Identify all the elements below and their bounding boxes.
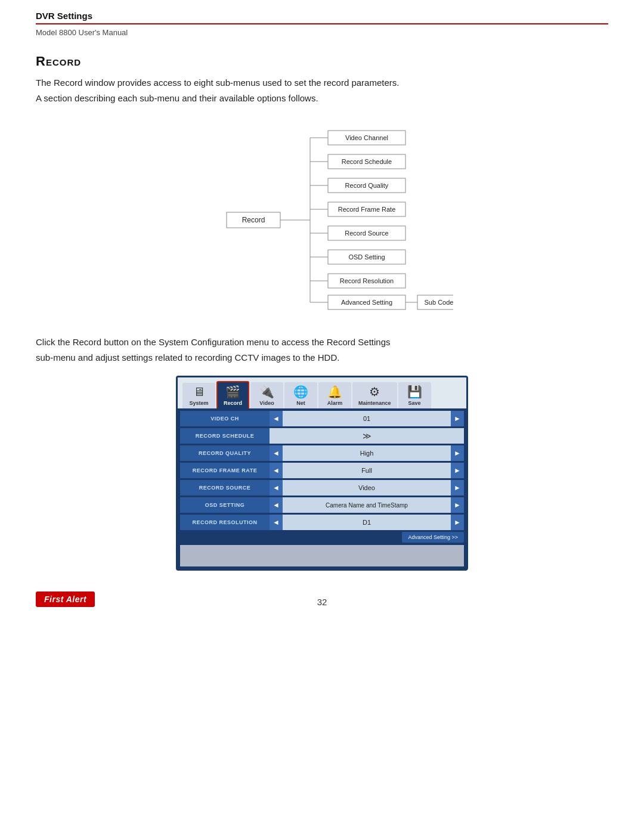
svg-text:Record Source: Record Source [345,230,388,237]
maintenance-icon: ⚙ [369,385,380,399]
record-icon: 🎬 [225,385,240,399]
intro-line2: A section describing each sub-menu and t… [36,93,318,103]
net-label: Net [296,400,305,406]
svg-text:Sub Code: Sub Code [425,299,453,306]
nav-save[interactable]: 💾 Save [398,382,431,408]
first-alert-logo-text: First Alert [36,592,95,607]
body2a: Click the Record button on the System Co… [36,337,390,347]
header-title: DVR Settings [36,11,608,21]
record-quality-left-arrow[interactable]: ◄ [270,445,283,461]
section-heading: Record [0,43,644,75]
flow-diagram-svg: Record Video Channel Record Schedule Rec… [191,120,453,323]
svg-text:Video Channel: Video Channel [345,134,388,141]
body-text-second: Click the Record button on the System Co… [0,335,644,365]
svg-text:Record Frame Rate: Record Frame Rate [338,206,396,213]
save-icon: 💾 [407,385,422,399]
record-resolution-right-arrow[interactable]: ► [451,515,464,530]
osd-setting-right-arrow[interactable]: ► [451,497,464,513]
svg-text:Record Resolution: Record Resolution [340,277,394,284]
alarm-label: Alarm [327,400,343,406]
header: DVR Settings Model 8800 User's Manual [0,0,644,37]
dvr-screen: 🖥 System 🎬 Record 🔌 Video 🌐 Net 🔔 [176,376,468,571]
record-quality-value: High [283,445,451,461]
record-quality-label: RECORD QUALITY [180,445,270,461]
maintenance-label: Maintenance [358,400,391,406]
table-row-record-quality: RECORD QUALITY ◄ High ► [180,445,464,461]
flow-diagram-area: Record Video Channel Record Schedule Rec… [0,120,644,323]
intro-line1: The Record window provides access to eig… [36,78,399,88]
record-source-right-arrow[interactable]: ► [451,480,464,496]
record-quality-right-arrow[interactable]: ► [451,445,464,461]
page-number: 32 [317,597,327,607]
header-subtitle: Model 8800 User's Manual [36,28,608,37]
save-label: Save [408,400,421,406]
video-ch-value: 01 [283,411,451,426]
first-alert-logo: First Alert [36,592,95,607]
nav-alarm[interactable]: 🔔 Alarm [318,382,351,408]
record-label: Record [224,400,242,406]
nav-record[interactable]: 🎬 Record [216,381,249,408]
intro-text: The Record window provides access to eig… [0,75,644,106]
record-frame-rate-left-arrow[interactable]: ◄ [270,463,283,478]
system-icon: 🖥 [193,385,205,399]
page-footer: First Alert 32 [0,585,644,619]
svg-text:OSD Setting: OSD Setting [348,253,385,261]
screenshot-area: 🖥 System 🎬 Record 🔌 Video 🌐 Net 🔔 [0,376,644,571]
system-label: System [189,400,208,406]
video-ch-left-arrow[interactable]: ◄ [270,411,283,426]
table-row-record-resolution: RECORD RESOLUTION ◄ D1 ► [180,515,464,530]
table-row-record-source: RECORD SOURCE ◄ Video ► [180,480,464,496]
net-icon: 🌐 [293,385,308,399]
record-resolution-label: RECORD RESOLUTION [180,515,270,530]
dvr-footer [180,545,464,566]
record-source-label: RECORD SOURCE [180,480,270,496]
table-row-osd-setting: OSD SETTING ◄ Camera Name and TimeStamp … [180,497,464,513]
nav-system[interactable]: 🖥 System [182,383,215,408]
nav-maintenance[interactable]: ⚙ Maintenance [352,382,397,408]
body2b: sub-menu and adjust settings related to … [36,352,339,363]
record-heading: Record [36,54,81,69]
record-box-label: Record [242,216,265,224]
table-row-video-ch: VIDEO CH ◄ 01 ► [180,411,464,426]
advanced-setting-row: Advanced Setting >> [180,532,464,543]
video-ch-right-arrow[interactable]: ► [451,411,464,426]
svg-text:Record Quality: Record Quality [345,182,389,189]
dvr-table: VIDEO CH ◄ 01 ► RECORD SCHEDULE ≫ RECORD… [178,408,466,569]
record-frame-rate-right-arrow[interactable]: ► [451,463,464,478]
record-source-value: Video [283,480,451,496]
header-rule [36,23,608,24]
record-schedule-value[interactable]: ≫ [270,428,464,444]
osd-setting-label: OSD SETTING [180,497,270,513]
record-resolution-value: D1 [283,515,451,530]
svg-text:Advanced Setting: Advanced Setting [341,299,392,306]
record-frame-rate-value: Full [283,463,451,478]
table-row-record-frame-rate: RECORD FRAME RATE ◄ Full ► [180,463,464,478]
page-wrapper: DVR Settings Model 8800 User's Manual Re… [0,0,644,833]
record-frame-rate-label: RECORD FRAME RATE [180,463,270,478]
record-resolution-left-arrow[interactable]: ◄ [270,515,283,530]
dvr-nav: 🖥 System 🎬 Record 🔌 Video 🌐 Net 🔔 [178,377,466,408]
record-schedule-label: RECORD SCHEDULE [180,428,270,444]
video-label: Video [259,400,274,406]
video-ch-label: VIDEO CH [180,411,270,426]
video-icon: 🔌 [259,385,274,399]
table-row-record-schedule: RECORD SCHEDULE ≫ [180,428,464,444]
svg-text:Record Schedule: Record Schedule [342,158,392,165]
record-source-left-arrow[interactable]: ◄ [270,480,283,496]
osd-setting-left-arrow[interactable]: ◄ [270,497,283,513]
alarm-icon: 🔔 [327,385,342,399]
osd-setting-value: Camera Name and TimeStamp [283,497,451,513]
nav-net[interactable]: 🌐 Net [284,382,317,408]
advanced-setting-button[interactable]: Advanced Setting >> [402,532,464,543]
nav-video[interactable]: 🔌 Video [250,382,283,408]
